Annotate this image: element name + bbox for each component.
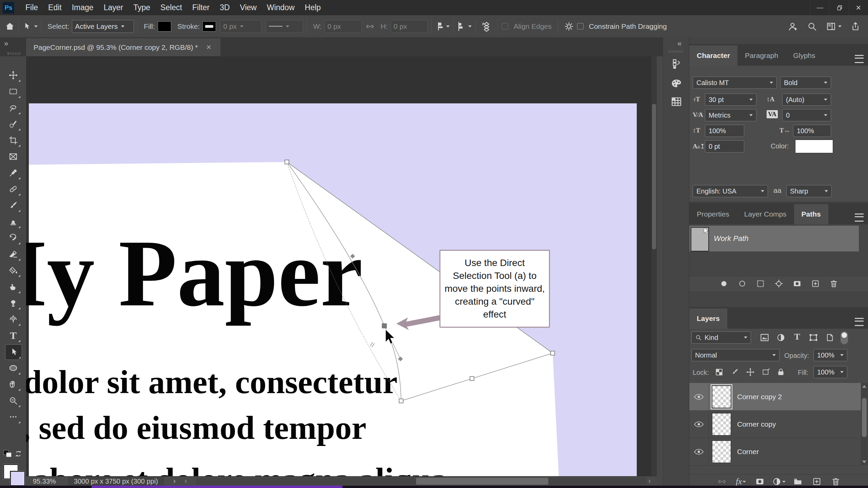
blend-mode-dropdown[interactable]: Normal	[691, 349, 780, 361]
leading-field[interactable]: (Auto)	[782, 94, 831, 106]
anchor-mid-bottom[interactable]	[470, 377, 474, 381]
text-color-swatch[interactable]	[795, 140, 833, 153]
history-panel-icon[interactable]	[669, 57, 684, 70]
canvas-vertical-scrollbar[interactable]	[651, 56, 657, 476]
strip-grip[interactable]	[669, 50, 684, 53]
zoom-tool[interactable]	[5, 393, 21, 408]
menu-layer[interactable]: Layer	[99, 0, 129, 15]
path-selection-tool[interactable]	[5, 344, 22, 360]
quick-selection-tool[interactable]	[5, 117, 21, 131]
layer-row-corner-copy[interactable]: Corner copy	[689, 410, 861, 438]
ellipse-shape-tool[interactable]	[5, 361, 21, 375]
align-edges-checkbox[interactable]	[502, 23, 508, 29]
anchor-bottom[interactable]	[399, 399, 403, 403]
brush-tool[interactable]	[5, 198, 21, 213]
share-icon[interactable]	[850, 21, 861, 32]
height-field[interactable]: 0 px	[391, 20, 428, 33]
fill-swatch[interactable]	[158, 21, 171, 32]
gear-icon[interactable]	[561, 20, 576, 33]
vertical-scroll-thumb[interactable]	[652, 104, 656, 249]
tool-preset-icon[interactable]	[22, 22, 38, 31]
visibility-eye-icon[interactable]	[689, 391, 708, 403]
color-panel-icon[interactable]	[669, 77, 684, 90]
stroke-type-dropdown[interactable]	[266, 20, 303, 33]
filter-shape-layers-icon[interactable]	[806, 331, 821, 344]
hscroll-left-icon[interactable]: ‹	[184, 477, 187, 486]
select-mode-dropdown[interactable]: Active Layers	[72, 20, 134, 33]
layers-scroll-thumb[interactable]	[862, 398, 867, 437]
zoom-level-field[interactable]: 95.33%	[33, 477, 56, 485]
tab-paragraph[interactable]: Paragraph	[737, 45, 786, 66]
anti-alias-dropdown[interactable]: Sharp	[786, 185, 832, 197]
paths-menu-icon[interactable]	[855, 214, 864, 222]
menu-file[interactable]: File	[20, 0, 43, 15]
close-icon[interactable]: ✕	[849, 0, 868, 15]
path-thumbnail[interactable]	[691, 227, 709, 251]
constrain-path-checkbox[interactable]	[577, 23, 584, 29]
filter-type-layers-icon[interactable]: T	[790, 331, 805, 343]
menu-3d[interactable]: 3D	[215, 0, 235, 15]
background-color-swatch[interactable]	[10, 471, 25, 486]
crop-tool[interactable]	[5, 133, 21, 148]
account-icon[interactable]	[787, 21, 798, 32]
tab-properties[interactable]: Properties	[689, 204, 737, 224]
tab-layers[interactable]: Layers	[689, 308, 727, 329]
smudge-tool[interactable]	[5, 279, 21, 294]
document-size-info[interactable]: 3000 px x 3750 px (300 ppi)	[68, 477, 164, 486]
status-expand-icon[interactable]: ›	[173, 477, 176, 486]
rectangular-marquee-tool[interactable]	[5, 84, 21, 99]
tab-layer-comps[interactable]: Layer Comps	[737, 204, 794, 224]
language-dropdown[interactable]: English: USA	[693, 185, 768, 197]
opacity-field[interactable]: 100%	[813, 349, 847, 361]
hand-tool[interactable]	[5, 377, 21, 392]
layer-row-corner-copy-2[interactable]: Corner copy 2	[689, 383, 861, 411]
hscroll-right-icon[interactable]: ›	[648, 477, 651, 486]
restore-icon[interactable]	[829, 0, 849, 15]
frame-tool[interactable]	[5, 149, 21, 164]
swatches-panel-icon[interactable]	[669, 95, 684, 108]
toolbar-grip[interactable]	[7, 52, 20, 55]
home-icon[interactable]	[5, 21, 15, 32]
tab-glyphs[interactable]: Glyphs	[786, 45, 823, 66]
layer-row-corner[interactable]: Corner	[689, 438, 861, 466]
layer-thumbnail[interactable]	[712, 386, 731, 408]
delete-path-icon[interactable]	[826, 278, 841, 290]
stroke-path-icon[interactable]	[735, 278, 750, 290]
path-alignment-icon[interactable]	[435, 20, 450, 33]
width-field[interactable]: 0 px	[324, 20, 362, 33]
anchor-top[interactable]	[285, 160, 289, 164]
stroke-swatch[interactable]	[202, 21, 216, 32]
tab-close-icon[interactable]: ✕	[206, 43, 212, 51]
fill-opacity-field[interactable]: 100%	[813, 366, 847, 378]
minimize-icon[interactable]: —	[810, 0, 829, 15]
menu-edit[interactable]: Edit	[43, 0, 67, 15]
dodge-tool[interactable]	[5, 296, 21, 310]
menu-type[interactable]: Type	[128, 0, 155, 15]
menu-help[interactable]: Help	[300, 0, 326, 15]
menu-filter[interactable]: Filter	[187, 0, 215, 15]
type-tool[interactable]: T	[5, 328, 21, 343]
layer-filter-dropdown[interactable]: Kind	[691, 331, 751, 344]
eyedropper-tool[interactable]	[5, 165, 21, 180]
pen-tool[interactable]	[5, 312, 21, 327]
link-dimensions-icon[interactable]	[365, 22, 375, 31]
menu-select[interactable]: Select	[155, 0, 187, 15]
tracking-icon[interactable]: VA	[767, 110, 778, 118]
layer-thumbnail[interactable]	[712, 441, 731, 463]
stroke-width-field[interactable]: 0 px	[220, 20, 262, 33]
menu-view[interactable]: View	[235, 0, 262, 15]
swap-colors-icon[interactable]	[14, 449, 23, 458]
add-mask-icon[interactable]	[790, 278, 805, 290]
new-path-icon[interactable]	[808, 278, 823, 290]
path-arrange-icon[interactable]	[479, 20, 494, 33]
move-tool[interactable]	[5, 68, 21, 83]
anchor-right[interactable]	[551, 351, 555, 355]
canvas-area[interactable]: My Paper dolor sit amet, consectetur , s…	[26, 56, 651, 476]
history-brush-tool[interactable]	[5, 230, 21, 245]
paint-bucket-tool[interactable]	[5, 263, 21, 278]
filter-pixel-layers-icon[interactable]	[757, 331, 772, 344]
baseline-shift-field[interactable]: 0 pt	[705, 140, 744, 152]
path-mask-ops-icon[interactable]	[771, 278, 786, 290]
lasso-tool[interactable]	[5, 100, 21, 115]
menu-window[interactable]: Window	[262, 0, 300, 15]
